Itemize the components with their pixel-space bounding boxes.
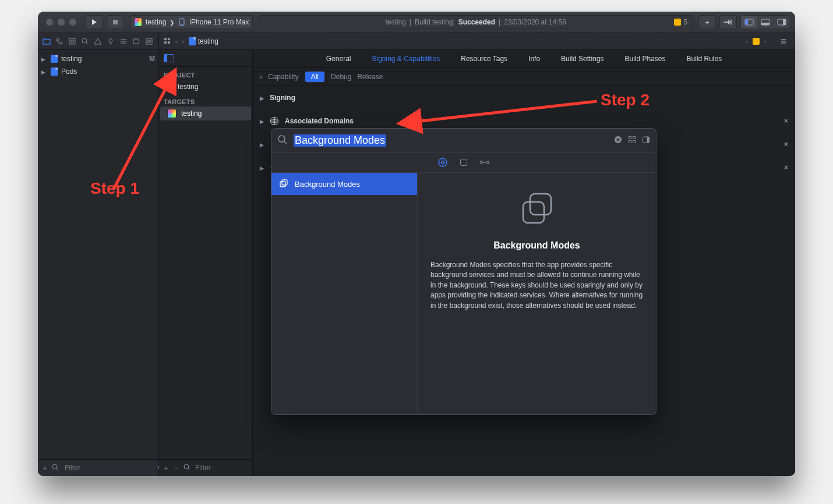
code-review-button[interactable] [719,15,737,29]
snippets-category-icon[interactable] [458,157,469,168]
breadcrumb-file-name: testing [198,37,218,45]
issue-navigator-icon[interactable] [91,33,104,49]
tab-resource-tags[interactable]: Resource Tags [461,51,507,66]
remove-capability-button[interactable]: × [784,117,788,125]
warning-icon[interactable] [674,19,681,26]
run-button[interactable] [86,15,103,29]
svg-rect-16 [168,38,170,40]
window-controls[interactable] [43,19,76,26]
debug-navigator-icon[interactable] [117,33,130,49]
xcodeproj-icon [166,83,173,91]
xcodeproj-icon [189,37,196,45]
disclosure-icon[interactable] [260,164,264,172]
layers-icon [278,178,289,190]
project-navigator: testing M Pods ＋ [38,50,159,476]
disclosure-icon[interactable] [41,55,47,63]
bottom-panel-toggle[interactable] [757,16,774,29]
targets-footer: ＋ － [159,459,252,476]
svg-rect-32 [633,140,636,143]
capability-label: Capability [268,73,299,81]
svg-rect-40 [282,180,287,185]
navigator-filter-input[interactable] [62,464,154,472]
breadcrumb-file[interactable]: testing [189,37,218,45]
find-navigator-icon[interactable] [79,33,91,49]
scope-all[interactable]: All [305,72,324,82]
outline-toggle-icon[interactable] [164,54,174,62]
navigator-item-label: testing [61,55,82,63]
disclosure-icon[interactable] [260,94,264,102]
close-window-icon[interactable] [46,19,53,26]
svg-rect-11 [69,38,75,44]
tab-build-rules[interactable]: Build Rules [687,51,722,66]
breakpoint-navigator-icon[interactable] [130,33,143,49]
add-button[interactable]: ＋ [698,15,716,29]
history-forward-button[interactable]: › [182,38,183,45]
capability-library-popover: Background Modes [271,128,656,415]
tab-signing-capabilities[interactable]: Signing & Capabilities [372,51,440,66]
warning-count[interactable]: 5 [683,18,687,26]
report-navigator-icon[interactable] [143,33,156,49]
jump-next-issue[interactable]: › [764,38,766,45]
search-input[interactable]: Background Modes [294,134,386,147]
svg-rect-0 [113,20,118,24]
add-file-button[interactable]: ＋ [41,463,48,473]
scheme-name: testing [146,18,166,26]
recent-files-icon[interactable] [164,37,171,46]
symbol-navigator-icon[interactable] [66,33,79,49]
popover-result-item[interactable]: Background Modes [271,173,417,195]
tab-build-phases[interactable]: Build Phases [624,51,665,66]
svg-point-9 [57,38,59,41]
right-panel-toggle[interactable] [774,16,790,29]
stop-button[interactable] [107,15,124,29]
tab-info[interactable]: Info [528,51,540,66]
tab-build-settings[interactable]: Build Settings [561,51,603,66]
capability-hero-icon [515,187,559,231]
test-navigator-icon[interactable] [104,33,117,49]
capabilities-category-icon[interactable] [437,157,448,168]
disclosure-icon[interactable] [41,68,47,76]
grid-view-icon[interactable] [628,136,636,145]
scheme-selector[interactable]: testing ❯ iPhone 11 Pro Max [130,15,253,29]
config-scope-segment[interactable]: All [305,71,325,83]
tab-general[interactable]: General [326,51,351,66]
navigator-item-testing[interactable]: testing M [38,52,158,65]
editor-options-icon[interactable] [780,38,787,45]
remove-target-button[interactable]: － [173,463,180,473]
disclosure-icon[interactable] [260,117,264,125]
project-entry[interactable]: testing [159,80,252,94]
app-icon [134,18,142,26]
project-navigator-icon[interactable] [40,33,53,49]
navigator-item-pods[interactable]: Pods [38,65,158,78]
jump-prev-issue[interactable]: ‹ [746,38,747,45]
zoom-window-icon[interactable] [69,19,76,26]
panel-visibility-segment[interactable] [740,15,790,29]
scope-debug[interactable]: Debug [331,73,351,81]
left-panel-toggle[interactable] [741,16,757,29]
source-control-navigator-icon[interactable] [53,33,66,49]
jump-issue-warning-icon[interactable] [753,38,760,45]
capability-signing[interactable]: Signing [260,86,788,109]
target-filter-scope-icon[interactable] [183,464,190,473]
history-back-button[interactable]: ‹ [175,38,177,45]
remove-capability-button[interactable]: × [784,164,788,172]
scope-release[interactable]: Release [357,73,383,81]
svg-rect-2 [181,24,183,25]
globe-icon [270,116,279,126]
filter-scope-icon[interactable] [52,464,59,473]
svg-point-36 [442,161,444,164]
titlebar: testing ❯ iPhone 11 Pro Max testing | Bu… [38,12,795,33]
minimize-window-icon[interactable] [58,19,65,26]
target-entry[interactable]: testing [160,107,251,120]
remove-capability-button[interactable]: × [784,140,788,148]
target-editor-tabs: General Signing & Capabilities Resource … [253,50,795,68]
add-target-button[interactable]: ＋ [163,463,170,473]
add-capability-button[interactable]: ＋ Capability [257,72,299,82]
popover-detail-title: Background Modes [493,240,580,251]
disclosure-icon[interactable] [260,140,264,148]
svg-rect-29 [629,136,631,139]
targets-sidebar-header [159,50,252,67]
clear-search-button[interactable] [614,136,622,145]
status-build-result: Succeeded [458,18,495,26]
media-category-icon[interactable] [479,157,490,168]
detail-pane-toggle-icon[interactable] [642,136,650,145]
